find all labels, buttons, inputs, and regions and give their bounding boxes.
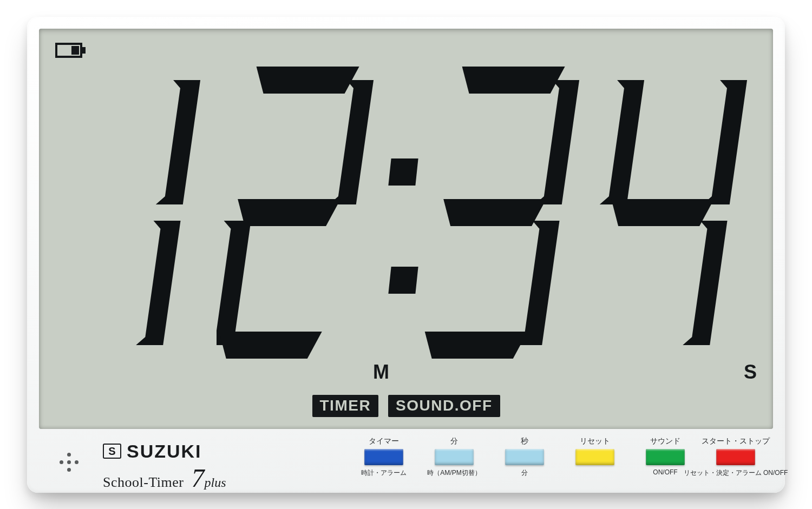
svg-marker-14 bbox=[607, 199, 714, 226]
sound-button[interactable] bbox=[646, 449, 685, 465]
svg-marker-1 bbox=[136, 221, 180, 345]
svg-marker-2 bbox=[253, 67, 359, 94]
svg-marker-12 bbox=[600, 80, 644, 204]
timer-button-group: タイマー時計・アラーム bbox=[354, 437, 414, 478]
svg-marker-0 bbox=[156, 80, 200, 204]
digit-3 bbox=[422, 61, 590, 364]
brand-name: SUZUKI bbox=[127, 441, 202, 462]
control-panel: S SUZUKI School-Timer 7plus タイマー時計・アラーム分… bbox=[27, 429, 785, 493]
svg-marker-5 bbox=[217, 221, 251, 345]
product-number: 7 bbox=[192, 464, 205, 492]
sound-label-bottom: ON/OFF bbox=[653, 468, 677, 476]
button-row: タイマー時計・アラーム分時（AM/PM切替）秒分リセットサウンドON/OFFスタ… bbox=[354, 437, 765, 478]
digit-1 bbox=[54, 61, 217, 364]
start-button-group: スタート・ストップリセット・決定・アラーム ON/OFF bbox=[706, 437, 765, 478]
seconds-unit-label: S bbox=[744, 361, 757, 384]
svg-marker-9 bbox=[440, 199, 546, 226]
svg-marker-6 bbox=[217, 332, 322, 359]
timer-button[interactable] bbox=[364, 449, 403, 465]
svg-marker-15 bbox=[683, 221, 727, 345]
timer-mode-indicator: TIMER bbox=[312, 395, 379, 417]
reset-button-group: リセット bbox=[565, 437, 625, 478]
start-label-top: スタート・ストップ bbox=[702, 437, 770, 446]
reset-button[interactable] bbox=[575, 449, 614, 465]
svg-marker-3 bbox=[329, 80, 374, 204]
product-line: School-Timer bbox=[103, 474, 184, 491]
timer-label-bottom: 時計・アラーム bbox=[361, 468, 407, 478]
svg-marker-7 bbox=[459, 67, 565, 94]
svg-marker-8 bbox=[535, 80, 579, 204]
minutes-unit-label: M bbox=[373, 361, 389, 384]
start-label-bottom: リセット・決定・アラーム ON/OFF bbox=[684, 468, 788, 478]
minute-label-top: 分 bbox=[450, 437, 458, 446]
second-label-bottom: 分 bbox=[521, 468, 528, 478]
digit-2 bbox=[217, 61, 384, 364]
start-button[interactable] bbox=[716, 449, 755, 465]
svg-marker-10 bbox=[515, 221, 559, 345]
svg-marker-11 bbox=[422, 332, 528, 359]
sound-label-top: サウンド bbox=[650, 437, 680, 446]
second-button-group: 秒分 bbox=[495, 437, 554, 478]
lcd-screen: M S TIMER SOUND.OFF bbox=[39, 29, 773, 429]
time-display bbox=[39, 50, 773, 375]
status-row: TIMER SOUND.OFF bbox=[39, 395, 773, 417]
timer-label-top: タイマー bbox=[369, 437, 399, 446]
minute-label-bottom: 時（AM/PM切替） bbox=[427, 468, 481, 478]
sound-off-indicator: SOUND.OFF bbox=[388, 395, 500, 417]
digit-4 bbox=[590, 61, 758, 364]
product-suffix: plus bbox=[205, 475, 226, 490]
second-button[interactable] bbox=[505, 449, 544, 465]
brand-logo-icon: S bbox=[103, 444, 121, 459]
minute-button-group: 分時（AM/PM切替） bbox=[424, 437, 484, 478]
second-label-top: 秒 bbox=[521, 437, 528, 446]
svg-marker-13 bbox=[703, 80, 747, 204]
brand-block: S SUZUKI School-Timer 7plus bbox=[103, 441, 226, 493]
speaker-icon bbox=[60, 453, 79, 472]
reset-label-top: リセット bbox=[580, 437, 610, 446]
colon-separator bbox=[384, 67, 422, 359]
minute-button[interactable] bbox=[435, 449, 474, 465]
timer-device: M S TIMER SOUND.OFF S SUZUKI School-Time… bbox=[27, 17, 785, 493]
